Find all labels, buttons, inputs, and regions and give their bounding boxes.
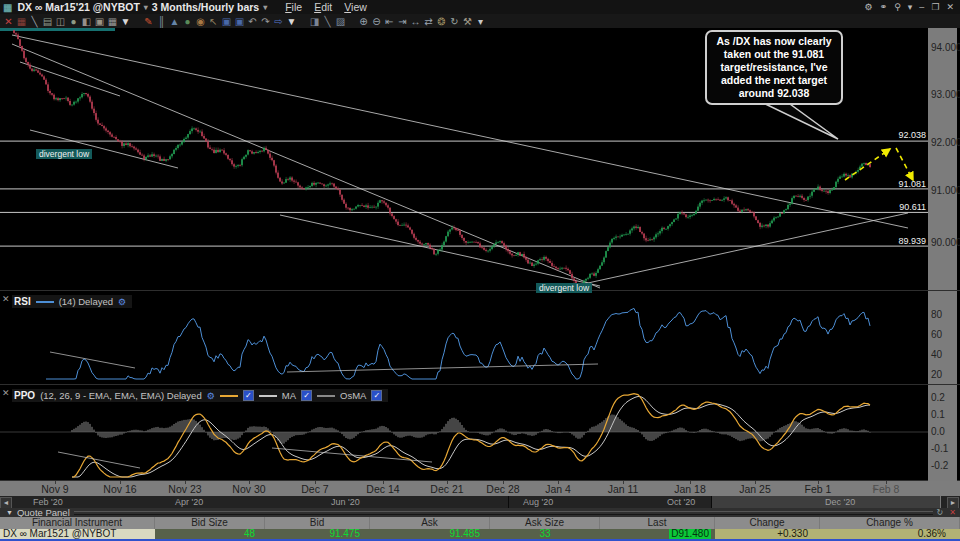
symbol-dropdown-icon[interactable]: ▾ <box>144 3 148 12</box>
quote-column-header[interactable]: Change % <box>820 517 960 529</box>
indicator-icon[interactable]: ● <box>67 15 80 28</box>
redo-icon[interactable]: ↷ <box>259 15 272 28</box>
ppo-settings-icon[interactable]: ⚙ <box>207 391 215 401</box>
ppo-axis-tick: 0.1 <box>931 410 945 420</box>
cursor-icon[interactable]: ↖ <box>207 15 220 28</box>
ppo-ma-line-sample <box>259 395 277 397</box>
ppo-title: PPO <box>14 390 35 401</box>
zoom-in-icon[interactable]: ⊕ <box>357 15 370 28</box>
compress-bars-icon[interactable]: ⇄ <box>422 15 435 28</box>
expand-bars-icon[interactable]: ↔ <box>409 15 422 28</box>
info-icon[interactable]: ▣ <box>220 15 233 28</box>
menu-file[interactable]: File <box>285 1 302 13</box>
annotation-line: around 92.038 <box>707 87 841 100</box>
price-level-label: 89.939 <box>866 237 926 246</box>
date-axis-plus-marker: + <box>872 484 877 494</box>
layout-icon[interactable]: ◧ <box>80 15 93 28</box>
link-icon[interactable]: ⚭ <box>880 2 888 12</box>
time-scrollbar[interactable]: Feb '20Apr '20Jun '20Aug '20Oct '20Dec '… <box>0 496 960 508</box>
templates-icon[interactable]: ▣ <box>93 15 106 28</box>
tools-icon[interactable]: ⚒ <box>461 15 474 28</box>
snapshot-icon[interactable]: ❂ <box>435 15 448 28</box>
quote-panel-expander-icon[interactable]: ▼ <box>6 509 13 516</box>
ruler-icon[interactable]: ╲ <box>321 15 334 28</box>
zoom-out-icon[interactable]: ⊖ <box>370 15 383 28</box>
chart-style-icon[interactable]: ◫ <box>54 15 67 28</box>
pin-icon[interactable]: ⚲ <box>894 2 901 12</box>
restore-icon[interactable]: ❐ <box>931 2 939 12</box>
timeframe-selector[interactable]: 3 Months/Hourly bars <box>152 1 259 13</box>
quote-table-row[interactable]: DX ∞ Mar1521 @NYBOT 48 91.475 91.485 33 … <box>0 529 960 539</box>
ppo-params: (12, 26, 9 - EMA, EMA, EMA) Delayed <box>40 390 202 401</box>
rsi-axis-tick: 60 <box>931 330 942 340</box>
ppo-ma-checkbox[interactable]: ✓ <box>301 390 312 401</box>
price-axis-tick: 92.000 <box>931 138 960 148</box>
annotation-callout[interactable]: As /DX has now clearly taken out the 91.… <box>705 30 843 105</box>
minimize-icon[interactable]: ‒ <box>919 2 924 12</box>
rsi-axis-tick: 20 <box>931 370 942 380</box>
menu-view[interactable]: View <box>344 1 367 13</box>
quote-column-header[interactable]: Last <box>600 517 715 529</box>
quote-column-header[interactable]: Change <box>715 517 820 529</box>
ppo-axis-tick: -0.1 <box>931 444 948 454</box>
date-axis-label: Nov 23 <box>168 483 201 495</box>
price-axis[interactable]: 94.00093.00092.00091.00090.000 <box>928 28 957 290</box>
scroll-right-icon[interactable]: ⇥ <box>396 15 409 28</box>
timeframe-dropdown-icon[interactable]: ▾ <box>263 3 267 12</box>
refresh-icon[interactable]: ↻ <box>448 15 461 28</box>
undo-icon[interactable]: ↶ <box>246 15 259 28</box>
ppo-axis[interactable]: 0.20.10.0-0.1-0.2 <box>928 385 957 481</box>
mountain-icon[interactable]: ▲ <box>168 15 181 28</box>
tools-dropdown-icon[interactable]: ▾ <box>474 15 487 28</box>
date-axis[interactable]: Nov 9Nov 16Nov 23Nov 30Dec 7Dec 14Dec 21… <box>0 481 960 496</box>
watchlist-icon[interactable]: ▤ <box>41 15 54 28</box>
ppo-checkbox[interactable]: ✓ <box>243 390 254 401</box>
symbol-selector[interactable]: DX ∞ Mar15'21 @NYBOT <box>17 1 139 13</box>
news-icon[interactable]: ▣ <box>233 15 246 28</box>
globe-icon[interactable]: ● <box>181 15 194 28</box>
eraser-icon[interactable]: ▨ <box>334 15 347 28</box>
date-axis-label: Nov 16 <box>103 483 136 495</box>
close-chart-icon[interactable]: ✕ <box>2 15 15 28</box>
ppo-close-icon[interactable]: ✕ <box>2 388 10 398</box>
forward-icon[interactable]: ⇨ <box>272 15 285 28</box>
quote-panel-strip: ▼ Quote Panel ↻ ✕ <box>0 508 960 517</box>
price-level-label: 92.038 <box>866 131 926 140</box>
rsi-settings-icon[interactable]: ⚙ <box>118 297 126 307</box>
quote-table-header: Financial InstrumentBid SizeBidAskAsk Si… <box>0 517 960 529</box>
panel-icon[interactable]: ◨ <box>308 15 321 28</box>
crosshair-icon[interactable]: ◉ <box>194 15 207 28</box>
rsi-panel[interactable]: ✕ RSI (14) Delayed ⚙ <box>0 291 960 384</box>
scrollbar-month-label: Apr '20 <box>175 497 203 507</box>
quote-column-header[interactable]: Bid Size <box>155 517 265 529</box>
menu-edit[interactable]: Edit <box>314 1 332 13</box>
trendline-tool-icon[interactable]: ╲ <box>28 15 41 28</box>
quote-instrument-cell: DX ∞ Mar1521 @NYBOT <box>0 529 155 539</box>
close-icon[interactable]: ✕ <box>946 2 954 12</box>
rsi-axis[interactable]: 80604020 <box>928 291 957 384</box>
quote-column-header[interactable]: Bid <box>265 517 370 529</box>
price-chart-panel[interactable]: divergent low divergent low As /DX has n… <box>0 28 960 290</box>
scroll-left-icon[interactable]: ⇤ <box>383 15 396 28</box>
quote-column-header[interactable]: Ask Size <box>490 517 600 529</box>
quote-column-header[interactable]: Financial Instrument <box>0 517 155 529</box>
quote-refresh-icon[interactable]: ↻ <box>937 508 944 517</box>
annotate-icon[interactable]: ✎ <box>142 15 155 28</box>
pin-dropdown-icon[interactable]: ▾ <box>908 2 913 12</box>
chart-dropdown-icon[interactable]: ▼ <box>119 15 132 28</box>
draw-menu-icon[interactable]: ▼ <box>285 15 298 28</box>
quote-column-header[interactable]: Ask <box>370 517 490 529</box>
scrollbar-month-label: Feb '20 <box>33 497 63 507</box>
settings-icon[interactable]: ⚙ <box>865 2 873 12</box>
rsi-close-icon[interactable]: ✕ <box>2 294 10 304</box>
date-axis-label: Feb 1 <box>805 483 832 495</box>
ppo-panel[interactable]: ✕ PPO (12, 26, 9 - EMA, EMA, EMA) Delaye… <box>0 385 960 481</box>
ppo-axis-tick: 0.0 <box>931 427 945 437</box>
ppo-osma-checkbox[interactable]: ✓ <box>371 390 382 401</box>
quote-close-icon[interactable]: ✕ <box>949 508 956 517</box>
heatmap-icon[interactable]: ▦ <box>15 15 28 28</box>
annotation-line: target/resistance, I've <box>707 61 841 74</box>
grid-view-icon[interactable]: ▦ <box>106 15 119 28</box>
volume-profile-icon[interactable]: ║ <box>155 15 168 28</box>
ppo-osma-line-sample <box>317 395 335 397</box>
